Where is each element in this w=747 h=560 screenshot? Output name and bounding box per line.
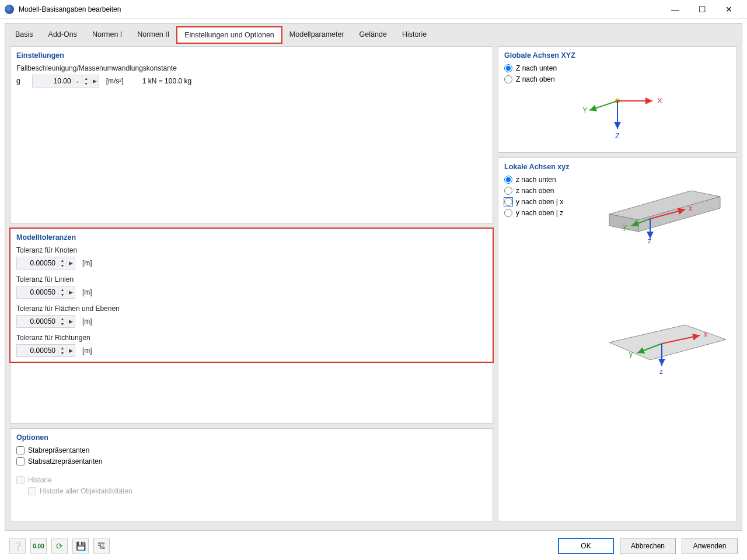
svg-line-3 <box>589 101 617 110</box>
g-dropdown-icon[interactable]: ⌄ <box>74 78 82 84</box>
tolerances-title: Modelltoleranzen <box>16 233 487 242</box>
svg-text:y: y <box>623 223 627 231</box>
radio-z-up-input[interactable] <box>504 75 512 83</box>
g-input-group: ⌄ ▲ ▼ ▶ <box>32 75 99 88</box>
save-icon[interactable]: 💾 <box>72 538 89 554</box>
tab-bar: Basis Add-Ons Normen I Normen II Einstel… <box>6 25 741 43</box>
play-icon[interactable]: ▶ <box>67 260 75 266</box>
spin-down-icon[interactable]: ▼ <box>58 292 67 298</box>
radio-ly-up-z-input[interactable] <box>504 209 512 217</box>
maximize-button[interactable]: ☐ <box>689 1 715 18</box>
settings-subtitle: Fallbeschleunigung/Massenumwandlungskons… <box>16 64 487 72</box>
construction-icon[interactable]: 🏗 <box>93 538 110 554</box>
spin-down-icon[interactable]: ▼ <box>58 321 67 327</box>
g-play-icon[interactable]: ▶ <box>90 78 99 84</box>
radio-ly-up-x-label: y nach oben | x <box>516 198 563 206</box>
svg-text:x: x <box>689 204 692 212</box>
g-spin-up-icon[interactable]: ▲ <box>82 76 90 81</box>
play-icon[interactable]: ▶ <box>67 289 75 295</box>
check-historie-all-input <box>28 487 36 495</box>
tol-line-input[interactable] <box>17 287 58 298</box>
tab-modellparameter[interactable]: Modellparameter <box>282 26 352 43</box>
g-label: g <box>16 77 20 85</box>
spin-up-icon[interactable]: ▲ <box>58 345 67 351</box>
tol-line-unit: [m] <box>82 288 92 296</box>
tol-node-unit: [m] <box>82 259 92 267</box>
check-historie-all-label: Historie aller Objektaktivitäten <box>40 487 132 495</box>
tab-einstellungen[interactable]: Einstellungen und Optionen <box>177 27 282 43</box>
g-spin-down-icon[interactable]: ▼ <box>82 81 90 86</box>
close-button[interactable]: ✕ <box>715 1 742 18</box>
g-input[interactable] <box>33 76 74 86</box>
radio-lz-down-label: z nach unten <box>516 176 556 184</box>
tol-node-input[interactable] <box>17 258 58 268</box>
radio-z-up[interactable]: Z nach oben <box>504 75 731 83</box>
global-axes-panel: Globale Achsen XYZ Z nach unten Z nach o… <box>498 46 737 153</box>
spin-down-icon[interactable]: ▼ <box>58 263 67 268</box>
spin-down-icon[interactable]: ▼ <box>58 351 67 356</box>
tab-basis[interactable]: Basis <box>8 26 41 43</box>
radio-ly-up-x-input[interactable] <box>504 198 512 206</box>
tol-node-label: Toleranz für Knoten <box>16 246 487 254</box>
spin-up-icon[interactable]: ▲ <box>58 287 67 292</box>
radio-z-down[interactable]: Z nach unten <box>504 64 731 72</box>
refresh-icon[interactable]: ⟳ <box>51 538 68 554</box>
radio-z-down-label: Z nach unten <box>516 64 557 72</box>
svg-text:x: x <box>704 330 707 338</box>
settings-panel: Einstellungen Fallbeschleunigung/Massenu… <box>10 46 493 223</box>
tol-direction-unit: [m] <box>82 346 92 355</box>
check-stabsatz-label: Stabsatzrepräsentanten <box>28 457 102 466</box>
options-title: Optionen <box>16 433 487 442</box>
check-historie: Historie <box>16 476 487 484</box>
spin-up-icon[interactable]: ▲ <box>58 316 67 321</box>
units-icon[interactable]: 0.00 <box>30 538 47 554</box>
tol-surface-unit: [m] <box>82 317 92 326</box>
radio-z-up-label: Z nach oben <box>516 75 555 83</box>
settings-title: Einstellungen <box>16 51 487 60</box>
local-axes-title: Lokale Achsen xyz <box>504 163 731 171</box>
svg-text:Y: Y <box>582 106 588 114</box>
apply-button[interactable]: Anwenden <box>682 538 738 554</box>
tol-surface-group: ▲▼ ▶ <box>16 315 75 328</box>
beam-diagram: x y z <box>598 173 732 243</box>
tol-direction-label: Toleranz für Richtungen <box>16 334 487 342</box>
local-axes-panel: Lokale Achsen xyz z nach unten z nach ob… <box>498 158 737 522</box>
radio-z-down-input[interactable] <box>504 64 512 72</box>
check-stabsatz-input[interactable] <box>16 457 25 466</box>
ok-button[interactable]: OK <box>558 538 614 554</box>
check-stabsatz[interactable]: Stabsatzrepräsentanten <box>16 457 487 466</box>
conversion-text: 1 kN = 100.0 kg <box>142 77 191 85</box>
options-panel: Optionen Stabrepräsentanten Stabsatzrepr… <box>10 428 493 522</box>
tab-addons[interactable]: Add-Ons <box>41 26 85 43</box>
check-stab[interactable]: Stabrepräsentanten <box>16 446 487 454</box>
tol-line-label: Toleranz für Linien <box>16 275 487 284</box>
check-historie-label: Historie <box>28 476 52 484</box>
svg-text:z: z <box>648 237 651 243</box>
spin-up-icon[interactable]: ▲ <box>58 258 67 263</box>
window-title: Modell-Basisangaben bearbeiten <box>19 5 662 13</box>
radio-lz-up-label: z nach oben <box>516 187 554 195</box>
radio-lz-up-input[interactable] <box>504 187 512 195</box>
app-icon <box>5 5 14 14</box>
play-icon[interactable]: ▶ <box>67 318 75 324</box>
minimize-button[interactable]: ― <box>662 1 689 18</box>
tol-direction-input[interactable] <box>17 345 58 356</box>
help-icon[interactable]: ❔ <box>9 538 26 554</box>
play-icon[interactable]: ▶ <box>67 348 75 354</box>
tab-normen1[interactable]: Normen I <box>85 26 130 43</box>
surface-diagram: x y z <box>598 307 732 389</box>
tol-line-group: ▲▼ ▶ <box>16 286 75 299</box>
svg-text:z: z <box>659 368 663 376</box>
cancel-button[interactable]: Abbrechen <box>620 538 676 554</box>
g-unit: [m/s²] <box>106 77 124 85</box>
radio-lz-down-input[interactable] <box>504 176 512 184</box>
tol-surface-input[interactable] <box>17 316 58 327</box>
tab-historie[interactable]: Historie <box>395 26 434 43</box>
tab-gelaende[interactable]: Gelände <box>352 26 395 43</box>
tol-node-group: ▲▼ ▶ <box>16 257 75 270</box>
check-stab-input[interactable] <box>16 446 25 454</box>
global-axes-diagram: X Y Z <box>571 89 664 142</box>
tab-normen2[interactable]: Normen II <box>130 26 177 43</box>
svg-text:X: X <box>657 96 662 105</box>
tol-surface-label: Toleranz für Flächen und Ebenen <box>16 304 487 313</box>
